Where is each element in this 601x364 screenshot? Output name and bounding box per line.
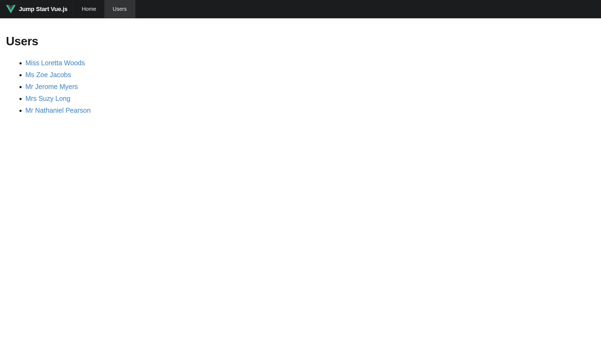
list-item: Miss Loretta Woods [25,59,595,67]
nav-users[interactable]: Users [104,0,135,18]
navbar: Jump Start Vue.js Home Users [0,0,601,18]
brand[interactable]: Jump Start Vue.js [0,0,74,18]
user-link[interactable]: Mr Nathaniel Pearson [25,107,91,114]
nav-users-label: Users [113,6,127,12]
list-item: Mrs Suzy Long [25,94,595,102]
list-item: Mr Jerome Myers [25,83,595,91]
user-link[interactable]: Mrs Suzy Long [25,95,70,102]
user-link[interactable]: Mr Jerome Myers [25,83,78,90]
nav-home[interactable]: Home [74,0,104,18]
brand-title: Jump Start Vue.js [19,6,67,13]
user-link[interactable]: Miss Loretta Woods [25,59,85,67]
main-content: Users Miss Loretta Woods Ms Zoe Jacobs M… [0,18,601,124]
nav-home-label: Home [82,6,96,12]
list-item: Ms Zoe Jacobs [25,71,595,79]
page-title: Users [6,35,595,48]
user-list: Miss Loretta Woods Ms Zoe Jacobs Mr Jero… [6,59,595,114]
user-link[interactable]: Ms Zoe Jacobs [25,71,71,78]
vue-logo-icon [6,4,16,14]
list-item: Mr Nathaniel Pearson [25,106,595,114]
